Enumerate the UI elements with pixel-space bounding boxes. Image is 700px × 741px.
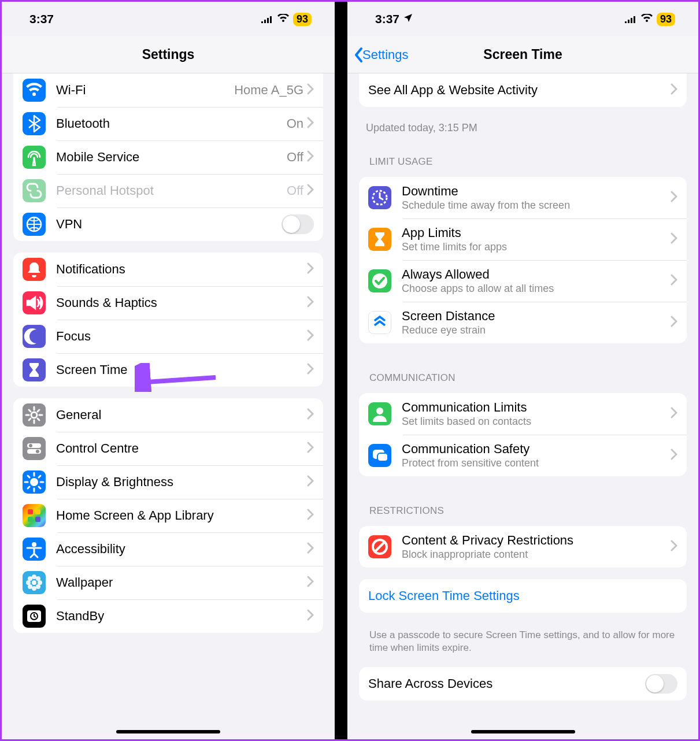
bubble-icon [368, 444, 391, 467]
row-vpn[interactable]: VPN [13, 208, 323, 241]
row-general[interactable]: General [13, 398, 323, 432]
row-see-all-activity[interactable]: See All App & Website Activity [359, 73, 687, 107]
row-bluetooth[interactable]: BluetoothOn [13, 107, 323, 140]
row-value: On [287, 116, 303, 131]
chevron-right-icon [671, 191, 677, 205]
row-title: Notifications [56, 262, 307, 277]
svg-point-19 [36, 576, 40, 581]
gear-icon [23, 403, 46, 427]
row-mobile-service[interactable]: Mobile ServiceOff [13, 140, 323, 174]
svg-point-6 [30, 478, 38, 486]
bluetooth-icon [23, 112, 46, 135]
bell-icon [23, 258, 46, 281]
row-screen-time[interactable]: Screen Time [13, 353, 323, 387]
left-phone-settings: 3:37 93 Settings Wi-FiHome A_5GBluetooth… [2, 2, 347, 739]
row-home-screen-app-library[interactable]: Home Screen & App Library [13, 499, 323, 532]
settings-content[interactable]: Wi-FiHome A_5GBluetoothOnMobile ServiceO… [2, 73, 335, 739]
row-wallpaper[interactable]: Wallpaper [13, 566, 323, 599]
row-title: Screen Distance [402, 309, 671, 324]
cellular-icon [624, 12, 637, 26]
row-app-limits[interactable]: App LimitsSet time limits for apps [359, 218, 687, 260]
nav-header: Settings Screen Time [347, 36, 698, 73]
row-focus[interactable]: Focus [13, 320, 323, 353]
section-header: RESTRICTIONS [347, 488, 698, 521]
row-lock-settings[interactable]: Lock Screen Time Settings [359, 579, 687, 613]
svg-point-26 [376, 407, 383, 414]
row-share-devices[interactable]: Share Across Devices [359, 667, 687, 701]
home-indicator [471, 730, 575, 733]
timer-icon [368, 228, 391, 251]
status-time: 3:37 [29, 12, 54, 26]
wifi-icon [277, 12, 290, 26]
distance-icon [368, 311, 391, 334]
toggle-share-devices[interactable] [645, 674, 677, 694]
row-wi-fi[interactable]: Wi-FiHome A_5G [13, 73, 323, 107]
globe-icon [23, 213, 46, 236]
chevron-right-icon [307, 542, 314, 556]
row-title: Share Across Devices [368, 676, 645, 691]
status-bar: 3:37 93 [2, 2, 335, 36]
row-screen-distance[interactable]: Screen DistanceReduce eye strain [359, 302, 687, 343]
row-downtime[interactable]: DowntimeSchedule time away from the scre… [359, 177, 687, 218]
row-content-privacy-restrictions[interactable]: Content & Privacy RestrictionsBlock inap… [359, 526, 687, 568]
row-control-centre[interactable]: Control Centre [13, 432, 323, 465]
row-title: Bluetooth [56, 116, 287, 131]
row-title: Sounds & Haptics [56, 295, 307, 310]
chevron-right-icon [307, 296, 314, 310]
row-title: Wi-Fi [56, 83, 234, 98]
row-title: General [56, 407, 307, 423]
row-communication-safety[interactable]: Communication SafetyProtect from sensiti… [359, 435, 687, 476]
row-title: Communication Limits [402, 400, 671, 415]
row-title: Accessibility [56, 542, 307, 557]
status-time: 3:37 [375, 12, 399, 26]
row-subtitle: Set time limits for apps [402, 241, 671, 253]
row-subtitle: Set limits based on contacts [402, 416, 671, 428]
svg-point-14 [32, 586, 36, 591]
svg-point-5 [36, 450, 39, 453]
battery-badge: 93 [293, 13, 312, 26]
link-icon [23, 179, 46, 202]
row-title: App Limits [402, 225, 671, 240]
svg-point-12 [32, 580, 36, 585]
row-title: Content & Privacy Restrictions [402, 533, 671, 548]
row-subtitle: Choose apps to allow at all times [402, 283, 671, 295]
back-button[interactable]: Settings [353, 47, 409, 63]
chevron-right-icon [307, 609, 314, 623]
row-sounds-haptics[interactable]: Sounds & Haptics [13, 286, 323, 320]
row-notifications[interactable]: Notifications [13, 253, 323, 286]
section-header: LIMIT USAGE [347, 139, 698, 172]
row-subtitle: Block inappropriate content [402, 549, 671, 561]
apps-icon [23, 504, 46, 527]
chevron-right-icon [307, 408, 314, 422]
row-title: Mobile Service [56, 150, 287, 165]
svg-point-15 [26, 580, 31, 585]
row-standby[interactable]: StandBy [13, 599, 323, 633]
nav-header: Settings [2, 36, 335, 73]
svg-point-3 [29, 444, 32, 447]
row-communication-limits[interactable]: Communication LimitsSet limits based on … [359, 393, 687, 435]
battery-badge: 93 [657, 13, 675, 26]
row-personal-hotspot[interactable]: Personal HotspotOff [13, 174, 323, 208]
row-accessibility[interactable]: Accessibility [13, 532, 323, 566]
toggle-globe[interactable] [282, 214, 314, 234]
row-title: Home Screen & App Library [56, 508, 307, 523]
chevron-right-icon [307, 262, 314, 276]
chevron-right-icon [307, 576, 314, 590]
screen-time-content[interactable]: See All App & Website Activity Updated t… [347, 73, 698, 739]
row-always-allowed[interactable]: Always AllowedChoose apps to allow at al… [359, 260, 687, 302]
row-display-brightness[interactable]: Display & Brightness [13, 465, 323, 499]
row-title: Screen Time [56, 362, 307, 377]
chevron-right-icon [671, 449, 677, 462]
row-title: See All App & Website Activity [368, 83, 671, 98]
chevron-right-icon [671, 83, 677, 97]
svg-rect-7 [28, 509, 33, 514]
row-title: Communication Safety [402, 442, 671, 457]
svg-point-17 [28, 576, 32, 581]
chevron-right-icon [671, 274, 677, 288]
switches-icon [23, 437, 46, 460]
right-phone-screen-time: 3:37 93 Settings Screen Time See All App… [347, 2, 698, 739]
svg-point-11 [32, 542, 36, 547]
row-subtitle: Reduce eye strain [402, 324, 671, 336]
row-title: Control Centre [56, 441, 307, 456]
svg-point-1 [31, 412, 37, 418]
